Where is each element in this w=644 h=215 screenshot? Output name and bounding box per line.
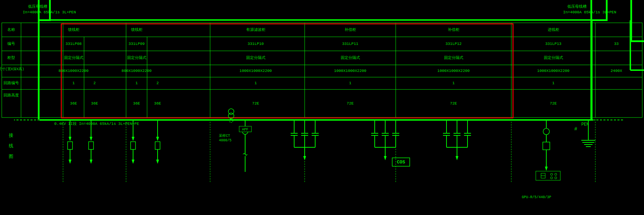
main-canvas	[0, 0, 644, 215]
